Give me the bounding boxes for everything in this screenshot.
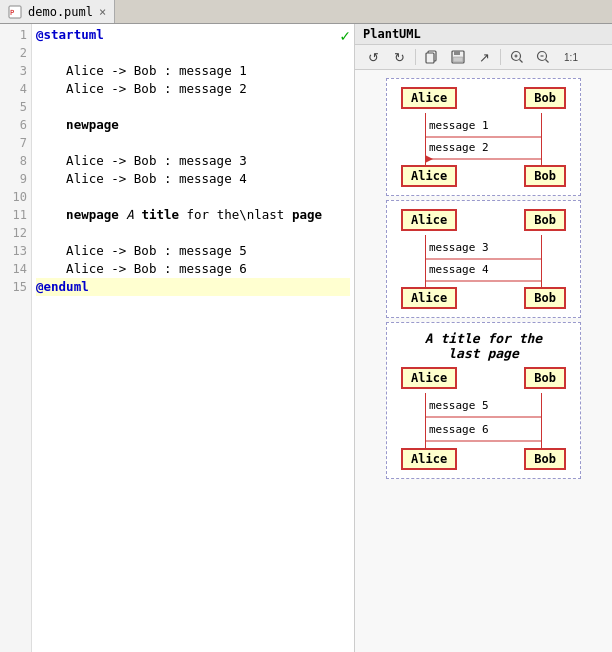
page2-actor-bob: Bob <box>524 209 566 231</box>
svg-line-13 <box>546 60 549 63</box>
sync-button[interactable]: ↻ <box>387 47 411 67</box>
page3-title: A title for thelast page <box>391 331 576 361</box>
msg5-arrow <box>425 412 542 422</box>
code-line-2 <box>36 44 350 62</box>
svg-text:P: P <box>10 9 14 17</box>
page2-bottom-actors: Alice Bob <box>391 287 576 309</box>
page3-actor-alice-bottom: Alice <box>401 448 457 470</box>
diagram-area[interactable]: Alice Bob message 1 <box>355 70 612 652</box>
page3-actor-bob-bottom: Bob <box>524 448 566 470</box>
copy-icon <box>425 50 439 64</box>
page1-messages: message 1 message 2 <box>403 113 564 165</box>
code-line-3: Alice -> Bob : message 1 <box>36 62 350 80</box>
msg5: message 5 <box>425 399 542 422</box>
zoom-out-button[interactable] <box>531 47 555 67</box>
msg6-label: message 6 <box>429 423 542 436</box>
editor-lines[interactable]: 1 2 3 4 5 6 7 8 9 10 11 12 13 14 15 ✓ @s… <box>0 24 354 652</box>
page3-bottom-actors: Alice Bob <box>391 448 576 470</box>
ln-5: 5 <box>0 98 27 116</box>
zoom-in-button[interactable] <box>505 47 529 67</box>
file-tab[interactable]: P demo.puml × <box>0 0 115 23</box>
svg-rect-6 <box>453 57 463 62</box>
msg4-label: message 4 <box>429 263 542 276</box>
page2-actor-alice-bottom: Alice <box>401 287 457 309</box>
code-line-1: @startuml <box>36 26 350 44</box>
ln-1: 1 <box>0 26 27 44</box>
page-2: Alice Bob message 3 <box>386 200 581 318</box>
page3-actors-row: Alice Bob <box>391 367 576 389</box>
ln-10: 10 <box>0 188 27 206</box>
ln-9: 9 <box>0 170 27 188</box>
toolbar-separator-1 <box>415 49 416 65</box>
code-line-15: @enduml <box>36 278 350 296</box>
ln-2: 2 <box>0 44 27 62</box>
refresh-button[interactable]: ↺ <box>361 47 385 67</box>
code-line-8: Alice -> Bob : message 3 <box>36 152 350 170</box>
page2-actor-bob-bottom: Bob <box>524 287 566 309</box>
msg3-label: message 3 <box>429 241 542 254</box>
editor-panel: 1 2 3 4 5 6 7 8 9 10 11 12 13 14 15 ✓ @s… <box>0 24 355 652</box>
code-area[interactable]: ✓ @startuml Alice -> Bob : message 1 Ali… <box>32 24 354 652</box>
fit-button[interactable]: 1:1 <box>557 47 585 67</box>
svg-line-10 <box>520 60 523 63</box>
page-3: A title for thelast page Alice Bob messa… <box>386 322 581 479</box>
msg4: message 4 <box>425 263 542 286</box>
ln-15: 15 <box>0 278 27 296</box>
svg-rect-5 <box>454 51 460 55</box>
code-line-5 <box>36 98 350 116</box>
msg1-label: message 1 <box>429 119 542 132</box>
code-line-6: newpage <box>36 116 350 134</box>
page3-actor-bob: Bob <box>524 367 566 389</box>
page3-actor-alice: Alice <box>401 367 457 389</box>
page1-bottom-actors: Alice Bob <box>391 165 576 187</box>
svg-marker-17 <box>425 155 433 163</box>
code-line-14: Alice -> Bob : message 6 <box>36 260 350 278</box>
page1-actors-row: Alice Bob <box>391 87 576 109</box>
tab-bar: P demo.puml × <box>0 0 612 24</box>
msg3: message 3 <box>425 241 542 264</box>
page-1: Alice Bob message 1 <box>386 78 581 196</box>
save-icon <box>451 50 465 64</box>
code-line-7 <box>36 134 350 152</box>
ln-11: 11 <box>0 206 27 224</box>
msg6-arrow <box>425 436 542 446</box>
file-icon: P <box>8 5 22 19</box>
msg5-label: message 5 <box>429 399 542 412</box>
page1-actor-bob: Bob <box>524 87 566 109</box>
copy-button[interactable] <box>420 47 444 67</box>
msg2-arrow <box>425 154 542 164</box>
tab-filename: demo.puml <box>28 5 93 19</box>
code-line-13: Alice -> Bob : message 5 <box>36 242 350 260</box>
tab-close[interactable]: × <box>99 5 106 19</box>
ln-8: 8 <box>0 152 27 170</box>
page1-actor-alice: Alice <box>401 87 457 109</box>
code-line-10 <box>36 188 350 206</box>
save-button[interactable] <box>446 47 470 67</box>
msg6: message 6 <box>425 423 542 446</box>
preview-header: PlantUML <box>355 24 612 45</box>
ln-3: 3 <box>0 62 27 80</box>
page2-actor-alice: Alice <box>401 209 457 231</box>
svg-rect-3 <box>426 53 434 63</box>
ln-7: 7 <box>0 134 27 152</box>
line-numbers: 1 2 3 4 5 6 7 8 9 10 11 12 13 14 15 <box>0 24 32 652</box>
ln-13: 13 <box>0 242 27 260</box>
ln-12: 12 <box>0 224 27 242</box>
toolbar: ↺ ↻ ↗ <box>355 45 612 70</box>
msg1: message 1 <box>425 119 542 142</box>
code-line-11: newpage A title for the\nlast page <box>36 206 350 224</box>
zoom-in-icon <box>510 50 524 64</box>
main-area: 1 2 3 4 5 6 7 8 9 10 11 12 13 14 15 ✓ @s… <box>0 24 612 652</box>
msg2: message 2 <box>425 141 542 164</box>
ln-6: 6 <box>0 116 27 134</box>
page2-messages: message 3 message 4 <box>403 235 564 287</box>
msg4-arrow <box>425 276 542 286</box>
page1-actor-bob-bottom: Bob <box>524 165 566 187</box>
msg2-label: message 2 <box>429 141 542 154</box>
toolbar-separator-2 <box>500 49 501 65</box>
zoom-out-icon <box>536 50 550 64</box>
code-line-4: Alice -> Bob : message 2 <box>36 80 350 98</box>
export-button[interactable]: ↗ <box>472 47 496 67</box>
page1-actor-alice-bottom: Alice <box>401 165 457 187</box>
preview-title: PlantUML <box>363 27 421 41</box>
